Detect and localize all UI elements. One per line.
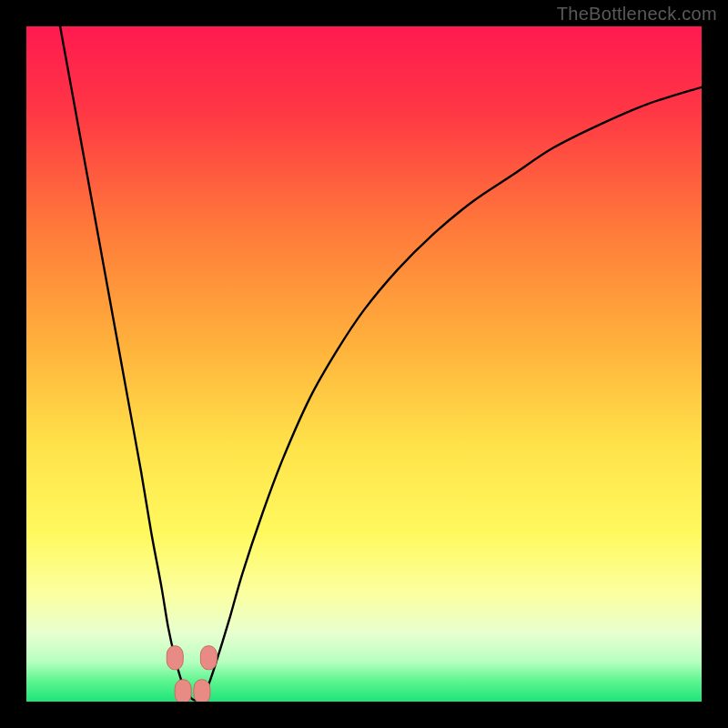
watermark-label: TheBottleneck.com — [557, 4, 717, 25]
chart-frame: TheBottleneck.com — [0, 0, 728, 728]
curve-marker — [194, 680, 210, 702]
bottleneck-chart — [26, 26, 702, 702]
chart-background — [26, 26, 702, 702]
curve-marker — [175, 680, 191, 702]
curve-marker — [200, 646, 217, 670]
curve-marker — [167, 646, 183, 670]
